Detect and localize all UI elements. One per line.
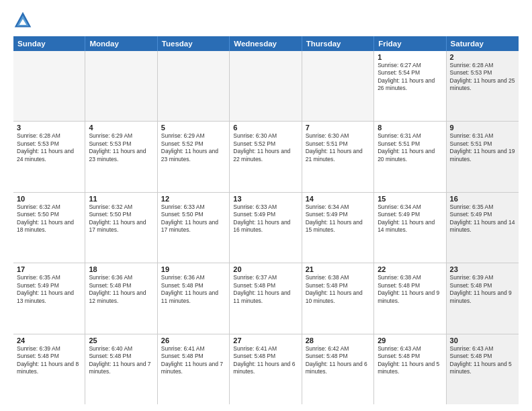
calendar-row: 10Sunrise: 6:32 AM Sunset: 5:50 PM Dayli…	[13, 193, 519, 263]
calendar-cell: 8Sunrise: 6:31 AM Sunset: 5:51 PM Daylig…	[374, 122, 446, 191]
day-info: Sunrise: 6:35 AM Sunset: 5:49 PM Dayligh…	[17, 274, 81, 305]
day-number: 5	[161, 124, 226, 132]
day-info: Sunrise: 6:43 AM Sunset: 5:48 PM Dayligh…	[450, 345, 515, 376]
weekday-header: Saturday	[447, 36, 519, 51]
calendar-cell: 18Sunrise: 6:36 AM Sunset: 5:48 PM Dayli…	[85, 263, 157, 333]
day-info: Sunrise: 6:27 AM Sunset: 5:54 PM Dayligh…	[378, 62, 442, 93]
day-number: 25	[89, 336, 153, 345]
calendar-cell: 22Sunrise: 6:38 AM Sunset: 5:48 PM Dayli…	[374, 263, 446, 333]
day-info: Sunrise: 6:33 AM Sunset: 5:49 PM Dayligh…	[233, 203, 298, 234]
day-info: Sunrise: 6:32 AM Sunset: 5:50 PM Dayligh…	[17, 203, 81, 234]
logo	[13, 11, 35, 30]
day-info: Sunrise: 6:39 AM Sunset: 5:48 PM Dayligh…	[17, 345, 81, 376]
calendar-cell: 30Sunrise: 6:43 AM Sunset: 5:48 PM Dayli…	[447, 334, 519, 404]
calendar-row: 17Sunrise: 6:35 AM Sunset: 5:49 PM Dayli…	[13, 263, 519, 334]
calendar-cell: 19Sunrise: 6:36 AM Sunset: 5:48 PM Dayli…	[158, 263, 230, 333]
day-info: Sunrise: 6:35 AM Sunset: 5:49 PM Dayligh…	[450, 203, 515, 234]
day-info: Sunrise: 6:34 AM Sunset: 5:49 PM Dayligh…	[306, 203, 370, 234]
day-number: 21	[306, 265, 370, 273]
calendar-cell	[85, 51, 157, 121]
day-number: 13	[233, 195, 298, 203]
calendar-cell: 27Sunrise: 6:41 AM Sunset: 5:48 PM Dayli…	[230, 334, 302, 404]
day-number: 4	[89, 124, 153, 132]
logo-icon	[13, 11, 32, 30]
day-info: Sunrise: 6:31 AM Sunset: 5:51 PM Dayligh…	[450, 132, 515, 163]
day-number: 15	[378, 195, 442, 203]
calendar-cell: 28Sunrise: 6:42 AM Sunset: 5:48 PM Dayli…	[302, 334, 374, 404]
day-number: 18	[89, 265, 153, 273]
day-number: 11	[89, 195, 153, 203]
calendar-cell: 4Sunrise: 6:29 AM Sunset: 5:53 PM Daylig…	[85, 122, 157, 191]
calendar-cell: 6Sunrise: 6:30 AM Sunset: 5:52 PM Daylig…	[230, 122, 302, 191]
day-info: Sunrise: 6:36 AM Sunset: 5:48 PM Dayligh…	[161, 274, 226, 305]
day-info: Sunrise: 6:39 AM Sunset: 5:48 PM Dayligh…	[450, 274, 515, 305]
calendar-cell: 1Sunrise: 6:27 AM Sunset: 5:54 PM Daylig…	[374, 51, 446, 121]
day-info: Sunrise: 6:34 AM Sunset: 5:49 PM Dayligh…	[378, 203, 442, 234]
calendar-cell	[230, 51, 302, 121]
day-number: 8	[378, 124, 442, 132]
weekday-header: Wednesday	[230, 36, 302, 51]
calendar-cell: 23Sunrise: 6:39 AM Sunset: 5:48 PM Dayli…	[447, 263, 519, 333]
day-info: Sunrise: 6:42 AM Sunset: 5:48 PM Dayligh…	[306, 345, 370, 376]
calendar-cell: 13Sunrise: 6:33 AM Sunset: 5:49 PM Dayli…	[230, 193, 302, 263]
day-info: Sunrise: 6:28 AM Sunset: 5:53 PM Dayligh…	[450, 62, 515, 93]
day-info: Sunrise: 6:41 AM Sunset: 5:48 PM Dayligh…	[233, 345, 298, 376]
calendar-cell: 25Sunrise: 6:40 AM Sunset: 5:48 PM Dayli…	[85, 334, 157, 404]
day-info: Sunrise: 6:33 AM Sunset: 5:50 PM Dayligh…	[161, 203, 226, 234]
calendar-cell: 5Sunrise: 6:29 AM Sunset: 5:52 PM Daylig…	[158, 122, 230, 191]
calendar: SundayMondayTuesdayWednesdayThursdayFrid…	[13, 36, 519, 404]
calendar-cell: 26Sunrise: 6:41 AM Sunset: 5:48 PM Dayli…	[158, 334, 230, 404]
page: SundayMondayTuesdayWednesdayThursdayFrid…	[0, 0, 532, 411]
calendar-cell	[13, 51, 85, 121]
day-info: Sunrise: 6:28 AM Sunset: 5:53 PM Dayligh…	[17, 132, 81, 163]
day-number: 9	[450, 124, 515, 132]
calendar-cell: 21Sunrise: 6:38 AM Sunset: 5:48 PM Dayli…	[302, 263, 374, 333]
day-info: Sunrise: 6:30 AM Sunset: 5:51 PM Dayligh…	[306, 132, 370, 163]
day-number: 3	[17, 124, 81, 132]
day-number: 30	[450, 336, 515, 345]
calendar-cell: 3Sunrise: 6:28 AM Sunset: 5:53 PM Daylig…	[13, 122, 85, 191]
calendar-row: 1Sunrise: 6:27 AM Sunset: 5:54 PM Daylig…	[13, 51, 519, 122]
day-info: Sunrise: 6:43 AM Sunset: 5:48 PM Dayligh…	[378, 345, 442, 376]
day-info: Sunrise: 6:40 AM Sunset: 5:48 PM Dayligh…	[89, 345, 153, 376]
calendar-cell: 2Sunrise: 6:28 AM Sunset: 5:53 PM Daylig…	[447, 51, 519, 121]
day-info: Sunrise: 6:38 AM Sunset: 5:48 PM Dayligh…	[378, 274, 442, 305]
calendar-cell: 7Sunrise: 6:30 AM Sunset: 5:51 PM Daylig…	[302, 122, 374, 191]
day-number: 19	[161, 265, 226, 273]
day-info: Sunrise: 6:41 AM Sunset: 5:48 PM Dayligh…	[161, 345, 226, 376]
weekday-header: Monday	[85, 36, 157, 51]
calendar-cell: 11Sunrise: 6:32 AM Sunset: 5:50 PM Dayli…	[85, 193, 157, 263]
day-number: 12	[161, 195, 226, 203]
weekday-header: Friday	[374, 36, 446, 51]
calendar-header: SundayMondayTuesdayWednesdayThursdayFrid…	[13, 36, 519, 51]
day-number: 2	[450, 53, 515, 61]
calendar-row: 3Sunrise: 6:28 AM Sunset: 5:53 PM Daylig…	[13, 122, 519, 192]
calendar-body: 1Sunrise: 6:27 AM Sunset: 5:54 PM Daylig…	[13, 51, 519, 404]
day-info: Sunrise: 6:30 AM Sunset: 5:52 PM Dayligh…	[233, 132, 298, 163]
day-info: Sunrise: 6:37 AM Sunset: 5:48 PM Dayligh…	[233, 274, 298, 305]
calendar-cell: 24Sunrise: 6:39 AM Sunset: 5:48 PM Dayli…	[13, 334, 85, 404]
day-number: 17	[17, 265, 81, 273]
day-number: 14	[306, 195, 370, 203]
calendar-cell: 17Sunrise: 6:35 AM Sunset: 5:49 PM Dayli…	[13, 263, 85, 333]
day-info: Sunrise: 6:32 AM Sunset: 5:50 PM Dayligh…	[89, 203, 153, 234]
day-number: 27	[233, 336, 298, 345]
calendar-cell: 16Sunrise: 6:35 AM Sunset: 5:49 PM Dayli…	[447, 193, 519, 263]
day-number: 22	[378, 265, 442, 273]
day-number: 16	[450, 195, 515, 203]
day-number: 10	[17, 195, 81, 203]
day-info: Sunrise: 6:31 AM Sunset: 5:51 PM Dayligh…	[378, 132, 442, 163]
calendar-row: 24Sunrise: 6:39 AM Sunset: 5:48 PM Dayli…	[13, 334, 519, 404]
calendar-cell: 12Sunrise: 6:33 AM Sunset: 5:50 PM Dayli…	[158, 193, 230, 263]
weekday-header: Tuesday	[158, 36, 230, 51]
day-number: 20	[233, 265, 298, 273]
calendar-cell: 29Sunrise: 6:43 AM Sunset: 5:48 PM Dayli…	[374, 334, 446, 404]
day-number: 24	[17, 336, 81, 345]
day-info: Sunrise: 6:38 AM Sunset: 5:48 PM Dayligh…	[306, 274, 370, 305]
calendar-cell	[158, 51, 230, 121]
day-number: 6	[233, 124, 298, 132]
day-number: 1	[378, 53, 442, 61]
day-number: 28	[306, 336, 370, 345]
day-info: Sunrise: 6:36 AM Sunset: 5:48 PM Dayligh…	[89, 274, 153, 305]
day-number: 29	[378, 336, 442, 345]
